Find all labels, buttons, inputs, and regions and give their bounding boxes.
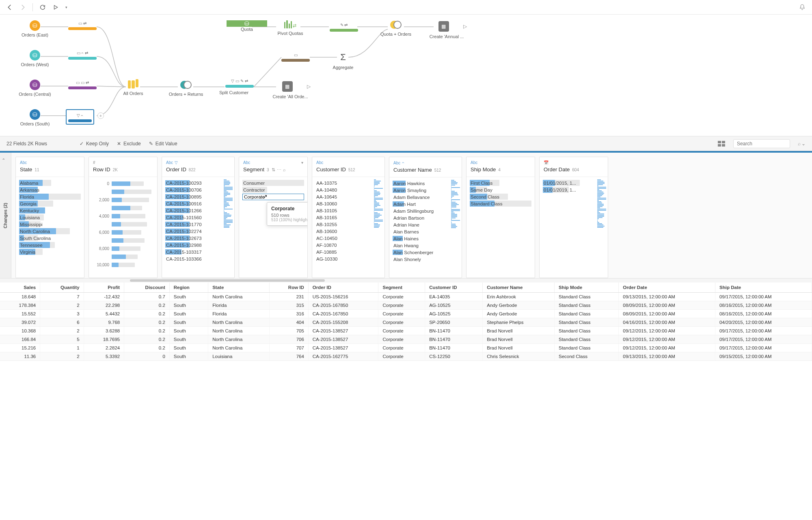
value-row[interactable]: Alabama	[19, 179, 81, 186]
profile-column-ship-mode[interactable]: Abc Ship Mode4 First ClassSame DaySecond…	[466, 157, 535, 278]
table-row[interactable]: 15.55235.44320.2SouthFlorida316CA-2015-1…	[0, 310, 812, 318]
keep-only-button[interactable]: ✓Keep Only	[80, 141, 109, 147]
grid-header-order-id[interactable]: Order ID	[308, 283, 378, 293]
value-row[interactable]: Adrian Bartson	[393, 214, 458, 221]
grid-header-order-date[interactable]: Order Date	[619, 283, 715, 293]
profile-column-customer-name[interactable]: Abc 𝄐 Customer Name512 Aaron HawkinsAaro…	[389, 157, 462, 278]
chevron-down-icon[interactable]: ⌄	[801, 141, 806, 147]
column-header[interactable]: Abc 𝄐 Customer Name512	[389, 157, 462, 177]
grid-header-discount[interactable]: Discount	[124, 283, 170, 293]
value-row[interactable]: CA-2015-100916	[165, 200, 231, 207]
run-dropdown[interactable]: ▾	[64, 2, 69, 12]
source-orders-west[interactable]: ⛁ Orders (West)	[15, 50, 55, 67]
table-row[interactable]: 10.36823.62880.2SouthNorth Carolina705CA…	[0, 327, 812, 335]
value-row[interactable]: Alan Shonely	[393, 256, 458, 263]
grid-header-profit[interactable]: Profit	[84, 283, 124, 293]
exclude-button[interactable]: ✕Exclude	[117, 141, 141, 147]
profile-column-row-id[interactable]: # Row ID2K 02,0004,0006,0008,00010,000	[89, 157, 158, 278]
value-row[interactable]: CA-2015-103317	[165, 248, 231, 255]
grid-header-customer-name[interactable]: Customer Name	[483, 283, 555, 293]
value-row[interactable]: CA-2015-101560	[165, 214, 231, 221]
value-row[interactable]: CA-2015-102988	[165, 242, 231, 248]
clean-step-west[interactable]: ▭ 𝄐 ⇄	[68, 51, 97, 60]
horizontal-scrollbar[interactable]	[0, 278, 812, 283]
source-quota[interactable]: ⛁ Quota	[227, 20, 267, 32]
profile-column-order-id[interactable]: Abc ▽ Order ID822 CA-2015-100293CA-2015-…	[162, 157, 235, 278]
value-row[interactable]: Contractor	[242, 186, 304, 193]
search-input[interactable]	[737, 141, 798, 147]
value-row[interactable]: Adam Bellavance	[393, 194, 458, 201]
changes-panel-tab[interactable]: › Changes (2)	[0, 153, 11, 278]
column-header[interactable]: Abc▾ Segment3⇅ ⋯ ⌕	[239, 157, 307, 177]
aggregate-node[interactable]: Σ Aggregate	[323, 52, 363, 70]
value-row[interactable]: North Carolina	[19, 228, 81, 235]
table-row[interactable]: 39.07269.7680.2SouthNorth Carolina404CA-…	[0, 318, 812, 327]
column-header[interactable]: Abc Customer ID512	[312, 157, 384, 177]
value-row[interactable]: AA-10375	[315, 179, 381, 186]
table-row[interactable]: 11.3625.33920SouthLouisiana764CA-2015-16…	[0, 352, 812, 361]
value-row[interactable]: Tennessee	[19, 242, 81, 248]
clean-step-east[interactable]: ▭ ⇄	[68, 21, 97, 30]
column-header[interactable]: Abc State11	[16, 157, 84, 177]
grid-header-region[interactable]: Region	[169, 283, 208, 293]
notifications-icon[interactable]	[797, 2, 807, 12]
value-row[interactable]: AA-10645	[315, 193, 381, 200]
source-orders-east[interactable]: ⛁ Orders (East)	[15, 20, 55, 37]
grid-header-ship-date[interactable]: Ship Date	[715, 283, 812, 293]
edit-value-button[interactable]: ✎Edit Value	[149, 141, 177, 147]
value-row[interactable]: Mississippi	[19, 221, 81, 228]
grid-header-state[interactable]: State	[208, 283, 270, 293]
back-button[interactable]	[5, 2, 15, 12]
value-row[interactable]: AB-10060	[315, 200, 381, 207]
table-row[interactable]: 15.21612.28240.2SouthNorth Carolina707CA…	[0, 344, 812, 352]
pivot-quotas[interactable]: ⇄ Pivot Quotas	[270, 20, 311, 36]
clean-step-green[interactable]: ✎ ⇄	[330, 23, 358, 32]
value-row[interactable]: First Class	[470, 179, 531, 186]
value-row[interactable]: CA-2015-100895	[165, 193, 231, 200]
source-orders-central[interactable]: ⛁ Orders (Central)	[15, 80, 55, 97]
play-icon[interactable]: ▷	[463, 24, 467, 29]
value-row[interactable]: 01/01/2019, 1...	[543, 186, 605, 193]
join-quota-orders[interactable]: Quota + Orders	[376, 20, 416, 37]
value-edit-input[interactable]	[242, 194, 304, 200]
value-row[interactable]: CA-2015-101770	[165, 221, 231, 228]
value-row[interactable]: AB-10600	[315, 228, 381, 235]
value-row[interactable]: Alan Hwang	[393, 242, 458, 249]
output-annual[interactable]: ▦ ▷ Create 'Annual ...	[426, 21, 467, 39]
profile-column-segment[interactable]: Abc▾ Segment3⇅ ⋯ ⌕ ConsumerContractorCor…	[239, 157, 308, 278]
grid-header-segment[interactable]: Segment	[378, 283, 425, 293]
search-icon[interactable]: ⌕	[283, 167, 286, 173]
split-customer-step[interactable]: ▽ ▭ ✎ ⇄ Split Customer	[225, 79, 254, 95]
value-row[interactable]: Alan Schoenberger	[393, 249, 458, 256]
value-row[interactable]: Second Class	[470, 193, 531, 200]
value-row[interactable]: Florida	[19, 193, 81, 200]
value-row[interactable]: CA-2015-103366	[165, 255, 231, 262]
grid-header-sales[interactable]: Sales	[0, 283, 40, 293]
value-row[interactable]: Adam Hart	[393, 201, 458, 207]
value-row[interactable]: CA-2015-102673	[165, 235, 231, 242]
value-row[interactable]: Arkansas	[19, 186, 81, 193]
grid-header-ship-mode[interactable]: Ship Mode	[554, 283, 618, 293]
value-row[interactable]: Alan Haines	[393, 235, 458, 242]
clean-step-south-selected[interactable]: ▽ 𝄐	[66, 109, 94, 125]
join-orders-returns[interactable]: Orders + Returns	[166, 80, 206, 97]
column-header[interactable]: 📅 Order Date604	[540, 157, 608, 177]
column-header[interactable]: Abc ▽ Order ID822	[162, 157, 234, 177]
value-row[interactable]: Aaron Smayling	[393, 187, 458, 194]
output-all-orders[interactable]: ▦ ▷ Create 'All Orde...	[270, 81, 311, 99]
profile-column-customer-id[interactable]: Abc Customer ID512 AA-10375AA-10480AA-10…	[312, 157, 385, 278]
clean-step-brown[interactable]: ▭	[281, 53, 310, 62]
run-button[interactable]	[51, 2, 60, 12]
value-row[interactable]: AG-10330	[315, 255, 381, 262]
value-row[interactable]: Louisiana	[19, 214, 81, 221]
table-row[interactable]: 178.384222.2980.2SouthFlorida315CA-2015-…	[0, 301, 812, 310]
value-row[interactable]: Virginia	[19, 248, 81, 255]
search-box[interactable]: ⌕	[733, 139, 790, 148]
grid-header-row-id[interactable]: Row ID	[270, 283, 308, 293]
column-header[interactable]: Abc Ship Mode4	[466, 157, 535, 177]
grid-header-customer-id[interactable]: Customer ID	[425, 283, 483, 293]
value-row[interactable]: Adrian Hane	[393, 221, 458, 228]
value-row[interactable]: CA-2015-102274	[165, 228, 231, 235]
source-orders-south[interactable]: ⛁ Orders (South)	[15, 109, 55, 126]
value-row[interactable]: Consumer	[242, 179, 304, 186]
